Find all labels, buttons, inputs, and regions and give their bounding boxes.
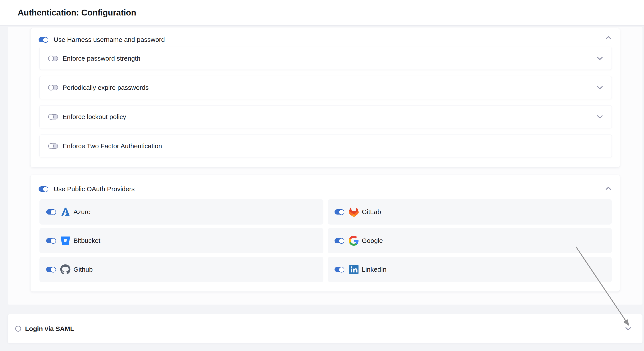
collapse-section-button[interactable] (604, 33, 612, 42)
section-username-password-header: Use Harness username and password (30, 28, 620, 44)
page-header: Authentication: Configuration (0, 0, 644, 26)
gitlab-icon (348, 207, 359, 217)
two-factor-toggle[interactable] (48, 144, 58, 149)
provider-tile-bitbucket: Bitbucket (40, 228, 324, 253)
expand-row-button[interactable] (597, 57, 603, 60)
github-icon (60, 264, 70, 275)
toggle-knob (339, 267, 344, 272)
policy-row-label: Enforce Two Factor Authentication (62, 142, 162, 150)
linkedin-toggle[interactable] (334, 267, 344, 272)
expand-saml-button[interactable] (624, 324, 632, 333)
section-label: Use Public OAuth Providers (54, 185, 135, 193)
provider-name: Bitbucket (74, 237, 100, 244)
toggle-knob (48, 114, 54, 120)
password-strength-toggle[interactable] (48, 56, 58, 61)
provider-name: LinkedIn (362, 266, 386, 273)
provider-name: Google (362, 237, 383, 244)
chevron-up-icon (606, 36, 611, 40)
expand-row-button[interactable] (597, 115, 603, 118)
toggle-knob (50, 267, 56, 272)
policy-row-lockout-policy: Enforce lockout policy (40, 105, 612, 128)
provider-name: GitLab (362, 208, 381, 216)
toggle-knob (50, 238, 56, 244)
provider-tile-gitlab: GitLab (328, 199, 612, 224)
policy-row-label: Periodically expire passwords (62, 84, 149, 91)
saml-label: Login via SAML (25, 325, 74, 332)
provider-tile-linkedin: LinkedIn (328, 257, 612, 282)
section-username-password: Use Harness username and password Enforc… (30, 28, 620, 168)
policy-row-expire-passwords: Periodically expire passwords (40, 76, 612, 99)
chevron-down-icon (597, 86, 603, 90)
provider-tile-google: Google (328, 228, 612, 253)
toggle-knob (339, 238, 344, 244)
saml-radio[interactable] (15, 326, 21, 332)
gitlab-toggle[interactable] (334, 209, 344, 214)
lockout-policy-toggle[interactable] (48, 114, 58, 120)
toggle-knob (339, 209, 344, 215)
toggle-knob (48, 56, 54, 61)
bitbucket-icon (60, 236, 70, 246)
chevron-down-icon (597, 57, 603, 60)
provider-tile-github: Github (40, 257, 324, 282)
section-oauth-header: Use Public OAuth Providers (30, 175, 620, 193)
oauth-providers-toggle[interactable] (38, 186, 48, 192)
username-password-toggle[interactable] (38, 37, 48, 42)
saml-login-row: Login via SAML (8, 314, 642, 343)
policy-row-label: Enforce lockout policy (62, 113, 126, 120)
toggle-knob (48, 143, 54, 149)
chevron-down-icon (597, 115, 603, 118)
toggle-knob (48, 85, 54, 90)
provider-name: Github (74, 266, 92, 273)
toggle-knob (43, 37, 48, 43)
oauth-provider-grid: Azure GitLab Bitbucket (40, 199, 612, 282)
linkedin-icon (348, 264, 359, 275)
section-oauth-providers: Use Public OAuth Providers Azure (30, 175, 620, 292)
google-toggle[interactable] (334, 238, 344, 243)
azure-icon (60, 207, 70, 217)
expire-passwords-toggle[interactable] (48, 85, 58, 90)
provider-tile-azure: Azure (40, 199, 324, 224)
provider-name: Azure (74, 208, 90, 216)
chevron-down-icon (625, 327, 631, 330)
section-label: Use Harness username and password (54, 36, 165, 44)
policy-row-label: Enforce password strength (62, 55, 140, 62)
policy-row-password-strength: Enforce password strength (40, 47, 612, 70)
bitbucket-toggle[interactable] (46, 238, 56, 243)
toggle-knob (43, 186, 48, 192)
github-toggle[interactable] (46, 267, 56, 272)
expand-row-button[interactable] (597, 86, 603, 90)
password-policy-rows: Enforce password strength Periodically e… (40, 47, 612, 164)
page-title: Authentication: Configuration (18, 8, 136, 18)
google-icon (348, 236, 359, 246)
azure-toggle[interactable] (46, 209, 56, 214)
collapse-section-button[interactable] (604, 184, 612, 193)
toggle-knob (50, 209, 56, 215)
chevron-up-icon (606, 186, 611, 190)
policy-row-two-factor: Enforce Two Factor Authentication (40, 134, 612, 158)
